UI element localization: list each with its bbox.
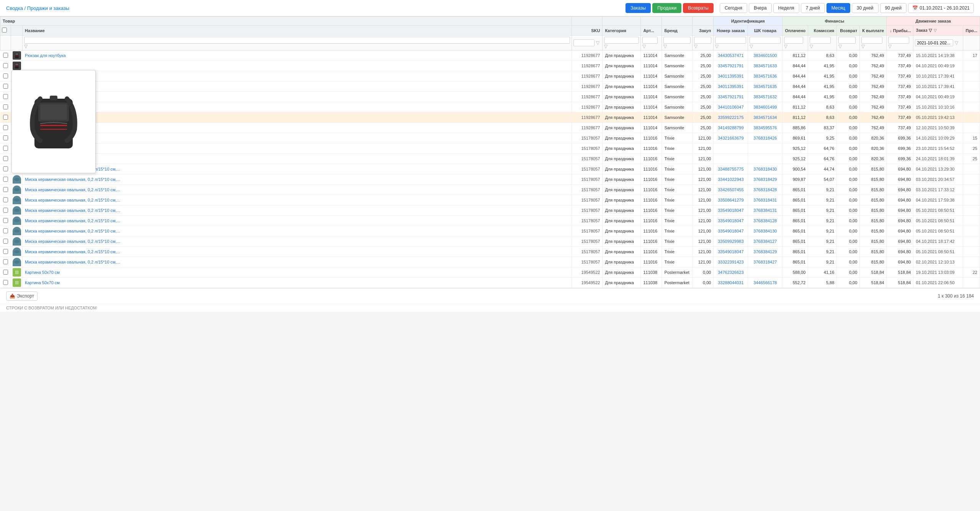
row-checkbox-2[interactable]	[3, 73, 8, 78]
filter-article-input[interactable]	[642, 37, 658, 44]
order-number-link[interactable]: 33488755775	[718, 167, 743, 171]
barcode-link[interactable]: 3834601500	[753, 53, 777, 58]
filter-sku-input[interactable]	[573, 39, 595, 46]
filter-paid-icon[interactable]: ▽	[784, 44, 787, 49]
filter-payout-input[interactable]	[861, 37, 882, 44]
sales-button[interactable]: Продажи	[652, 3, 681, 13]
barcode-link[interactable]: 3834601499	[753, 105, 777, 109]
filter-barcode-icon[interactable]: ▽	[750, 44, 753, 49]
filter-category-input[interactable]	[604, 37, 639, 44]
filter-date-icon[interactable]: ▽	[955, 41, 958, 45]
filter-name-icon[interactable]: ▽	[24, 44, 28, 49]
barcode-link[interactable]: 3768318431	[753, 198, 777, 202]
filter-commission-input[interactable]	[810, 37, 831, 44]
barcode-link[interactable]: 3834571636	[753, 74, 777, 78]
month-button[interactable]: Месяц	[826, 3, 850, 13]
filter-profit-icon[interactable]: ▽	[888, 44, 892, 49]
order-number-link[interactable]: 33549018047	[718, 218, 743, 223]
row-checkbox-14[interactable]	[3, 197, 8, 202]
filter-icon[interactable]: ▽	[934, 28, 937, 33]
select-all-checkbox[interactable]	[2, 28, 7, 33]
order-number-link[interactable]: 33599222175	[718, 115, 743, 120]
row-checkbox-19[interactable]	[3, 249, 8, 254]
filter-zakup-input[interactable]	[694, 37, 711, 44]
order-number-link[interactable]: 33457921791	[718, 94, 743, 99]
product-name[interactable]: Рюкзак для ноутбука	[25, 53, 66, 58]
filter-return-icon[interactable]: ▽	[838, 44, 842, 49]
row-checkbox-20[interactable]	[3, 259, 8, 264]
filter-paid-input[interactable]	[784, 37, 803, 44]
date-range-button[interactable]: 📅 01.10.2021 - 26.10.2021	[908, 3, 974, 13]
product-name[interactable]: Миска керамическая овальная, 0,2 л/15*10…	[25, 187, 120, 192]
breadcrumb-parent[interactable]: Сводка	[6, 5, 23, 11]
order-number-link[interactable]: 33549018047	[718, 249, 743, 254]
orders-button[interactable]: Заказы	[626, 3, 651, 13]
row-checkbox-5[interactable]	[3, 104, 8, 109]
filter-zakup-icon[interactable]: ▽	[694, 44, 697, 49]
order-number-link[interactable]: 33288044031	[718, 280, 743, 285]
filter-name-input[interactable]	[24, 37, 570, 44]
order-number-link[interactable]: 34410106047	[718, 105, 743, 109]
row-checkbox-13[interactable]	[3, 187, 8, 192]
barcode-link[interactable]: 3768318426	[753, 136, 777, 140]
filter-barcode-input[interactable]	[750, 37, 781, 44]
returns-button[interactable]: Возвраты	[683, 3, 714, 13]
product-name[interactable]: Картина 50x70 см	[25, 270, 60, 275]
row-checkbox-16[interactable]	[3, 218, 8, 223]
barcode-link[interactable]: 3768384128	[753, 218, 777, 223]
row-checkbox-3[interactable]	[3, 84, 8, 89]
order-number-link[interactable]: 33509929983	[718, 239, 743, 244]
product-name[interactable]: Миска керамическая овальная, 0,2 л/15*10…	[25, 260, 120, 264]
order-number-link[interactable]: 33549018047	[718, 229, 743, 233]
filter-brand-input[interactable]	[663, 37, 691, 44]
barcode-link[interactable]: 3768318430	[753, 167, 777, 171]
row-checkbox-1[interactable]	[3, 63, 8, 68]
product-name[interactable]: Миска керамическая овальная, 0,2 л/15*10…	[25, 177, 120, 182]
row-checkbox-17[interactable]	[3, 228, 8, 233]
row-checkbox-8[interactable]	[3, 135, 8, 140]
row-checkbox-7[interactable]	[3, 125, 8, 130]
filter-article-icon[interactable]: ▽	[642, 44, 646, 49]
barcode-link[interactable]: 3768318428	[753, 187, 777, 192]
row-checkbox-9[interactable]	[3, 146, 8, 151]
order-number-link[interactable]: 34011395391	[718, 74, 743, 78]
product-name[interactable]: Миска керамическая овальная, 0,2 л/15*10…	[25, 229, 120, 233]
row-checkbox-11[interactable]	[3, 166, 8, 171]
row-checkbox-6[interactable]	[3, 115, 8, 120]
row-checkbox-0[interactable]	[3, 53, 8, 58]
barcode-link[interactable]: 3768384129	[753, 249, 777, 254]
filter-commission-icon[interactable]: ▽	[810, 44, 813, 49]
order-number-link[interactable]: 34762326623	[718, 270, 743, 275]
barcode-link[interactable]: 3834571635	[753, 84, 777, 89]
barcode-link[interactable]: 3834571634	[753, 115, 777, 120]
product-name[interactable]: Миска керамическая овальная, 0,2 л/15*10…	[25, 249, 120, 254]
order-number-link[interactable]: 33441022943	[718, 177, 743, 182]
order-number-link[interactable]: 34149288799	[718, 125, 743, 130]
order-number-link[interactable]: 34011395391	[718, 84, 743, 89]
barcode-link[interactable]: 3768384127	[753, 239, 777, 244]
row-checkbox-18[interactable]	[3, 239, 8, 244]
filter-payout-icon[interactable]: ▽	[861, 44, 865, 49]
row-checkbox-15[interactable]	[3, 208, 8, 213]
barcode-link[interactable]: 3768318429	[753, 177, 777, 182]
order-number-link[interactable]: 34321663679	[718, 136, 743, 140]
barcode-link[interactable]: 3446566178	[753, 280, 777, 285]
export-button[interactable]: 📤 Экспорт	[6, 291, 38, 301]
barcode-link[interactable]: 3768384130	[753, 229, 777, 233]
order-number-link[interactable]: 33426507455	[718, 187, 743, 192]
product-name[interactable]: Миска керамическая овальная, 0,2 л/15*10…	[25, 198, 120, 202]
90days-button[interactable]: 90 дней	[880, 3, 907, 13]
barcode-link[interactable]: 3834595576	[753, 125, 777, 130]
filter-order-icon[interactable]: ▽	[715, 44, 719, 49]
barcode-link[interactable]: 3768384131	[753, 208, 777, 213]
yesterday-button[interactable]: Вчера	[749, 3, 772, 13]
row-checkbox-10[interactable]	[3, 156, 8, 161]
product-name[interactable]: Миска керамическая овальная, 0,2 л/15*10…	[25, 239, 120, 244]
filter-category-icon[interactable]: ▽	[604, 44, 608, 49]
row-checkbox-4[interactable]	[3, 94, 8, 99]
barcode-link[interactable]: 3768318427	[753, 260, 777, 264]
30days-button[interactable]: 30 дней	[852, 3, 879, 13]
filter-order-input[interactable]	[715, 37, 746, 44]
filter-date-input[interactable]	[915, 39, 953, 46]
barcode-link[interactable]: 3834571632	[753, 94, 777, 99]
